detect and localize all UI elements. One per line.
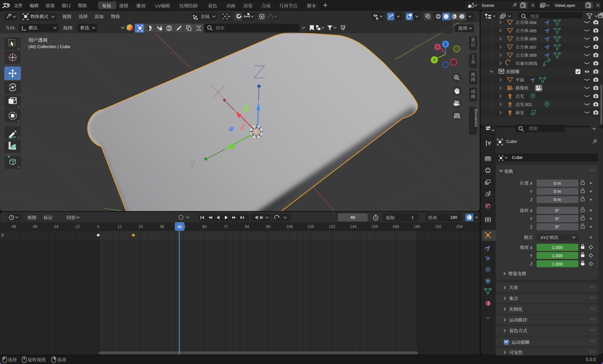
svg-text:46: 46 [177,225,182,229]
svg-text:Y: Y [433,58,436,62]
svg-text:BlenderKit: BlenderKit [474,109,478,127]
svg-text:(46) Collection | Cube: (46) Collection | Cube [28,44,70,49]
svg-text:X: X [436,45,439,49]
svg-text:Z: Z [444,42,447,47]
